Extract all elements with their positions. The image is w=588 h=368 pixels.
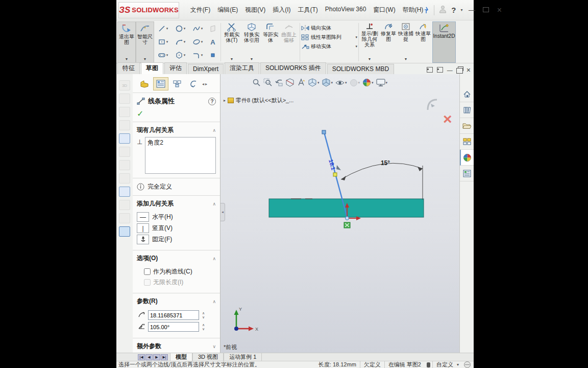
ellipse-tool[interactable]: ▾ [189,35,206,49]
panel-tab-next-icon[interactable]: ▸ [205,82,207,86]
menu-help[interactable]: 帮助(H) [403,6,424,14]
length-dimension-text[interactable]: 18.1 [328,158,336,171]
circle-tool[interactable]: ▾ [172,22,189,35]
exit-sketch-button[interactable]: 退出草图 ▼ [117,21,136,63]
doc-minimize-button[interactable]: — [447,67,453,73]
horizontal-relation-button[interactable]: — 水平(H) [137,212,216,222]
length-spinner[interactable]: ∧∨ [201,311,205,319]
relations-listbox[interactable]: 角度2 [145,137,216,174]
highlighted-point[interactable] [333,173,337,176]
tab-evaluate[interactable]: 评估 [164,62,187,74]
dimxpert-manager-tab[interactable] [186,77,201,90]
prev-tab-button[interactable]: ◀ [145,354,153,360]
tab-dimxpert[interactable]: DimXpert [188,64,224,74]
spline-caret-icon[interactable]: ▾ [201,27,203,31]
feature-manager-tab[interactable] [137,77,152,90]
pin-icon[interactable] [423,7,429,14]
accept-check-icon[interactable]: ✓ [137,109,143,118]
angle-input[interactable] [148,322,199,332]
line-tool[interactable]: ▾ [154,22,172,35]
quick-snaps-caret-icon[interactable]: ▼ [404,56,408,62]
units-selector[interactable]: 自定义 [432,361,457,368]
move-entities-button[interactable]: 移动实体 ▾ [301,43,357,50]
angle-dimension-text[interactable]: 15° [381,159,390,167]
extrude-boss-tool[interactable] [119,133,130,144]
units-caret-icon[interactable]: ▾ [457,362,459,367]
doc-close-button[interactable]: × [467,67,471,73]
convert-caret-icon[interactable]: ▼ [250,56,254,62]
property-manager-tab[interactable] [153,77,168,90]
extrude-cut-tool[interactable] [119,187,130,197]
extra-parameters-header[interactable]: 额外参数 ∨ [133,338,220,352]
fillet-tool[interactable]: ▾ [189,49,206,62]
polygon-caret-icon[interactable]: ▾ [184,53,186,57]
options-header[interactable]: 选项(O) ∧ [133,250,220,264]
add-relations-header[interactable]: 添加几何关系 ∧ [133,196,220,210]
tab-features[interactable]: 特征 [117,62,140,74]
fillet-caret-icon[interactable]: ▾ [201,53,203,57]
menu-photoview[interactable]: PhotoView 360 [325,6,366,14]
smart-dimension-button[interactable]: 智能尺寸 ▼ [136,21,154,63]
tab-mbd[interactable]: SOLIDWORKS MBD [327,64,394,74]
panel-help-icon[interactable]: ? [208,98,216,105]
slot-tool[interactable]: ▾ [154,49,172,62]
view-palette-tab[interactable] [460,134,474,150]
graphics-viewport[interactable]: ▾ ▾ ▾ ▾ [220,74,459,353]
polygon-tool[interactable]: ▾ [172,49,189,62]
circle-caret-icon[interactable]: ▾ [184,27,186,31]
collapse-pane-left-icon[interactable] [427,67,433,73]
point-tool[interactable] [206,49,219,62]
home-tab[interactable] [460,86,474,102]
3d-views-tab[interactable]: 3D 视图 [192,353,224,361]
minimize-button[interactable]: — [468,6,477,14]
menu-tools[interactable]: 工具(T) [298,6,317,14]
menu-file[interactable]: 文件(F) [190,6,210,14]
spline-tool[interactable]: ▾ [189,22,206,35]
angle-spinner[interactable]: ∧∨ [201,323,205,331]
active-feature-tool[interactable] [119,226,130,237]
construction-checkbox[interactable] [144,268,151,275]
configuration-manager-tab[interactable] [169,77,185,90]
rectangle-tool[interactable]: ▾ [154,35,172,49]
instant2d-button[interactable]: Instant2D [432,21,456,63]
linear-pattern-button[interactable]: 线性草图阵列 ▾ [301,34,357,41]
model-tab[interactable]: 模型 [170,353,192,361]
smart-dimension-caret-icon[interactable]: ▼ [143,56,147,62]
vertical-relation-button[interactable]: | 竖直(V) [137,223,216,233]
repair-sketch-button[interactable]: 修复草图 [379,21,398,63]
offset-entities-button[interactable]: 等距实体 [262,21,279,63]
mirror-entities-button[interactable]: 镜向实体 [301,25,357,32]
fix-relation-button[interactable]: 固定(F) [137,235,216,244]
convert-entities-button[interactable]: 转换实体引用 ▼ [241,21,262,63]
menu-insert[interactable]: 插入(I) [273,6,290,14]
fixed-relation-badge[interactable] [344,222,350,228]
move-caret-icon[interactable]: ▾ [355,44,357,49]
custom-properties-tab[interactable] [460,166,474,181]
menu-edit[interactable]: 编辑(E) [217,6,238,14]
help-button[interactable]: ? [451,6,456,14]
next-tab-button[interactable]: ▶ [153,354,160,360]
text-tool[interactable]: A [206,35,219,49]
appearances-tab[interactable] [460,150,474,166]
tag-icon[interactable] [464,361,471,368]
help-caret-icon[interactable]: ▾ [461,8,463,12]
last-tab-button[interactable]: ▶| [161,354,168,360]
tab-sketch[interactable]: 草图 [141,62,163,74]
doc-restore-button[interactable] [458,66,463,71]
arc-tool[interactable]: ▾ [172,35,189,49]
trim-caret-icon[interactable]: ▼ [230,56,234,62]
slot-caret-icon[interactable]: ▾ [166,53,168,57]
maximize-button[interactable] [481,6,491,14]
panel-tab-prev-icon[interactable]: ◂ [202,82,204,86]
user-icon[interactable] [439,5,447,15]
quick-snaps-button[interactable]: 快速捕捉 ▼ [398,21,414,63]
tab-addins[interactable]: SOLIDWORKS 插件 [260,62,326,74]
motion-study-tab[interactable]: 运动算例 1 [224,353,262,361]
file-explorer-tab[interactable] [460,118,474,134]
tab-render-tools[interactable]: 渲染工具 [225,62,259,74]
arc-caret-icon[interactable]: ▾ [184,40,186,44]
menu-window[interactable]: 窗口(W) [373,6,395,14]
construction-line-option[interactable]: 作为构造线(C) [144,267,216,276]
length-input[interactable] [148,310,199,320]
exit-sketch-caret-icon[interactable]: ▼ [125,56,129,62]
